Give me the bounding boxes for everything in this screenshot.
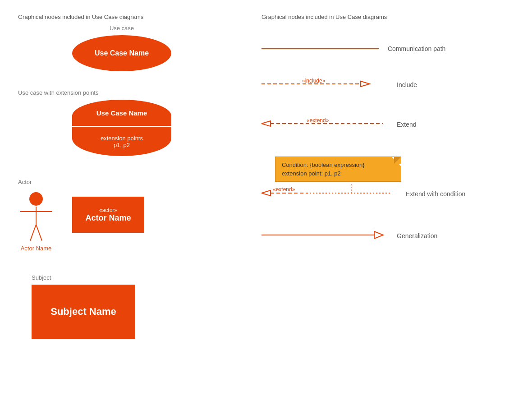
stick-leg-right [30, 225, 37, 241]
use-case-ext-ellipse: Use Case Name extension points p1, p2 [72, 100, 171, 156]
left-column: Graphical nodes included in Use Case dia… [18, 14, 225, 339]
stick-torso [36, 207, 37, 225]
comm-path-label: Communication path [388, 45, 445, 52]
svg-text:«extend»: «extend» [307, 117, 329, 124]
ellipse-bottom: extension points p1, p2 [72, 127, 171, 156]
note-area: Condition: {boolean expression} extensio… [275, 157, 401, 182]
ext-points: p1, p2 [114, 142, 130, 148]
actor-section: Actor Actor Name «actor [18, 179, 225, 252]
use-case-ellipse: Use Case Name [72, 35, 171, 71]
extend-line: «extend» [261, 117, 388, 132]
use-case-section: Use case Use Case Name [18, 25, 225, 71]
stick-body [18, 207, 54, 243]
gen-svg [261, 228, 388, 242]
use-case-ext-name: Use Case Name [96, 109, 147, 117]
page: Graphical nodes included in Use Case dia… [0, 0, 532, 401]
stick-figure-group: Actor Name [18, 192, 54, 252]
use-case-label: Use case [18, 25, 225, 32]
note-box: Condition: {boolean expression} extensio… [275, 157, 401, 182]
svg-marker-3 [261, 121, 271, 126]
include-line: «include» [261, 77, 388, 92]
include-label: Include [397, 81, 417, 88]
svg-text:«include»: «include» [302, 78, 326, 84]
svg-text:«extend»: «extend» [273, 186, 295, 193]
extend-label: Extend [397, 121, 417, 128]
extend-cond-line: «extend» [261, 184, 397, 203]
extend-item: «extend» Extend [261, 117, 523, 132]
comm-path-item: Communication path [261, 45, 523, 52]
ellipse-top: Use Case Name [72, 100, 171, 127]
generalization-item: Generalization [261, 228, 523, 243]
ext-point-text: extension point: p1, p2 [282, 170, 394, 177]
stick-arms [20, 211, 52, 212]
include-svg: «include» [261, 77, 388, 91]
actor-label: Actor [18, 179, 225, 185]
actor-box: «actor» Actor Name [72, 197, 144, 233]
use-case-ext-label: Use case with extension points [18, 89, 225, 96]
extend-condition-group: Condition: {boolean expression} extensio… [261, 157, 523, 203]
svg-marker-6 [261, 190, 271, 196]
stick-leg-left [36, 225, 42, 241]
actor-box-name: Actor Name [85, 213, 131, 223]
subject-section: Subject Subject Name [18, 274, 225, 339]
use-case-ext-section: Use case with extension points Use Case … [18, 89, 225, 156]
subject-box: Subject Name [32, 285, 135, 339]
svg-marker-12 [374, 231, 383, 239]
left-header: Graphical nodes included in Use Case dia… [18, 14, 225, 20]
subject-label: Subject [32, 274, 225, 281]
extend-cond-svg: «extend» [261, 184, 397, 202]
actor-figure: Actor Name «actor» Actor Name [18, 192, 225, 252]
condition-text: Condition: {boolean expression} [282, 161, 394, 168]
generalization-line [261, 228, 388, 243]
generalization-label: Generalization [397, 232, 437, 240]
ext-label-text: extension points [101, 135, 143, 142]
actor-figure-name: Actor Name [21, 245, 52, 252]
extend-svg: «extend» [261, 117, 388, 130]
extend-cond-label: Extend with condition [406, 190, 465, 198]
actor-stereotype: «actor» [99, 207, 117, 213]
use-case-name: Use Case Name [95, 49, 149, 57]
svg-marker-2 [361, 81, 370, 87]
extend-cond-row: «extend» Extend with condition [261, 184, 523, 203]
right-column: Graphical nodes included in Use Case dia… [261, 14, 523, 268]
include-item: «include» Include [261, 77, 523, 92]
comm-path-line [261, 48, 379, 49]
stick-head [29, 192, 43, 206]
subject-name: Subject Name [50, 306, 116, 318]
right-header: Graphical nodes included in Use Case dia… [261, 14, 523, 20]
